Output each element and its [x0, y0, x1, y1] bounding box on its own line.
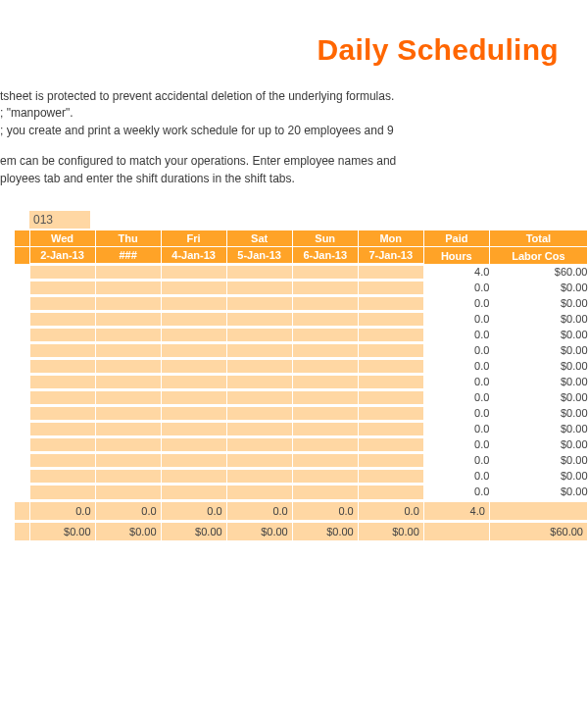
day-cell[interactable]: [95, 374, 161, 389]
day-cell[interactable]: [358, 452, 423, 468]
day-cell[interactable]: [95, 327, 161, 342]
day-cell[interactable]: [358, 311, 423, 327]
day-cell[interactable]: [95, 421, 161, 436]
day-cell[interactable]: [292, 311, 358, 327]
day-cell[interactable]: [95, 295, 161, 311]
day-cell[interactable]: [358, 484, 423, 501]
day-cell[interactable]: [95, 452, 161, 468]
day-cell[interactable]: [29, 405, 95, 421]
paid-hours-cell: 4.0: [423, 264, 489, 280]
day-cell[interactable]: [292, 452, 358, 468]
day-cell[interactable]: [226, 405, 292, 421]
day-cell[interactable]: [161, 405, 226, 421]
total-cost-sat: $0.00: [226, 522, 292, 541]
day-cell[interactable]: [292, 484, 358, 501]
day-cell[interactable]: [29, 280, 95, 295]
day-cell[interactable]: [161, 280, 226, 295]
day-cell[interactable]: [226, 452, 292, 468]
day-cell[interactable]: [226, 421, 292, 436]
day-cell[interactable]: [358, 358, 423, 374]
day-cell[interactable]: [292, 264, 358, 280]
day-cell[interactable]: [292, 295, 358, 311]
day-cell[interactable]: [29, 484, 95, 501]
day-cell[interactable]: [358, 405, 423, 421]
day-cell[interactable]: [161, 358, 226, 374]
day-cell[interactable]: [95, 311, 161, 327]
day-cell[interactable]: [29, 311, 95, 327]
day-cell[interactable]: [161, 374, 226, 389]
day-cell[interactable]: [95, 264, 161, 280]
day-cell[interactable]: [358, 421, 423, 436]
day-cell[interactable]: [29, 264, 95, 280]
day-cell[interactable]: [358, 295, 423, 311]
day-cell[interactable]: [292, 421, 358, 436]
day-cell[interactable]: [95, 389, 161, 405]
day-cell[interactable]: [226, 280, 292, 295]
day-cell[interactable]: [161, 295, 226, 311]
day-cell[interactable]: [95, 342, 161, 358]
day-cell[interactable]: [29, 468, 95, 484]
col-sun: Sun: [292, 230, 358, 247]
day-cell[interactable]: [292, 374, 358, 389]
day-cell[interactable]: [226, 436, 292, 452]
day-cell[interactable]: [161, 452, 226, 468]
day-cell[interactable]: [292, 327, 358, 342]
day-cell[interactable]: [292, 389, 358, 405]
day-cell[interactable]: [226, 264, 292, 280]
day-cell[interactable]: [29, 295, 95, 311]
day-cell[interactable]: [226, 358, 292, 374]
day-cell[interactable]: [161, 468, 226, 484]
day-cell[interactable]: [29, 327, 95, 342]
day-cell[interactable]: [358, 280, 423, 295]
day-cell[interactable]: [358, 389, 423, 405]
day-cell[interactable]: [29, 342, 95, 358]
day-cell[interactable]: [292, 280, 358, 295]
day-cell[interactable]: [226, 468, 292, 484]
week-start-cell[interactable]: 013: [29, 211, 90, 229]
paid-hours-cell: 0.0: [423, 421, 489, 436]
day-cell[interactable]: [292, 342, 358, 358]
day-cell[interactable]: [226, 327, 292, 342]
day-cell[interactable]: [161, 421, 226, 436]
day-cell[interactable]: [95, 358, 161, 374]
total-hours-thu: 0.0: [95, 501, 161, 522]
day-cell[interactable]: [226, 374, 292, 389]
day-cell[interactable]: [358, 264, 423, 280]
day-cell[interactable]: [161, 436, 226, 452]
day-cell[interactable]: [95, 280, 161, 295]
day-cell[interactable]: [292, 436, 358, 452]
day-cell[interactable]: [358, 374, 423, 389]
row-pad: [15, 295, 29, 311]
day-cell[interactable]: [29, 389, 95, 405]
day-cell[interactable]: [29, 374, 95, 389]
day-cell[interactable]: [29, 436, 95, 452]
day-cell[interactable]: [226, 484, 292, 501]
table-row: 0.0$0.00: [15, 311, 588, 327]
day-cell[interactable]: [161, 264, 226, 280]
day-cell[interactable]: [226, 311, 292, 327]
day-cell[interactable]: [95, 436, 161, 452]
day-cell[interactable]: [161, 311, 226, 327]
day-cell[interactable]: [161, 327, 226, 342]
day-cell[interactable]: [29, 358, 95, 374]
day-cell[interactable]: [226, 342, 292, 358]
table-row: 0.0$0.00: [15, 374, 588, 389]
day-cell[interactable]: [358, 436, 423, 452]
day-cell[interactable]: [161, 484, 226, 501]
day-cell[interactable]: [292, 468, 358, 484]
day-cell[interactable]: [161, 342, 226, 358]
day-cell[interactable]: [358, 468, 423, 484]
day-cell[interactable]: [226, 295, 292, 311]
day-cell[interactable]: [29, 452, 95, 468]
day-cell[interactable]: [226, 389, 292, 405]
day-cell[interactable]: [292, 358, 358, 374]
day-cell[interactable]: [95, 468, 161, 484]
day-cell[interactable]: [95, 405, 161, 421]
day-cell[interactable]: [358, 327, 423, 342]
total-hours-sat: 0.0: [226, 501, 292, 522]
day-cell[interactable]: [161, 389, 226, 405]
day-cell[interactable]: [29, 421, 95, 436]
day-cell[interactable]: [358, 342, 423, 358]
day-cell[interactable]: [292, 405, 358, 421]
day-cell[interactable]: [95, 484, 161, 501]
